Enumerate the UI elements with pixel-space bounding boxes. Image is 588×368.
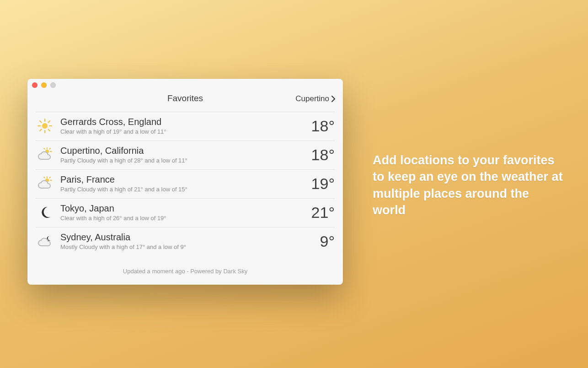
favorite-row[interactable]: Sydney, Australia Mostly Cloudy with a h… xyxy=(36,227,335,256)
partly-cloudy-day-icon xyxy=(36,146,54,164)
svg-point-0 xyxy=(42,123,48,129)
favorite-row[interactable]: Paris, France Partly Cloudy with a high … xyxy=(36,169,335,198)
location-summary: Mostly Cloudy with a high of 17° and a l… xyxy=(60,244,313,250)
page-title: Favorites xyxy=(35,93,336,103)
close-window-button[interactable] xyxy=(32,82,37,88)
favorites-list: Gerrards Cross, England Clear with a hig… xyxy=(27,112,343,256)
marketing-copy: Add locations to your favorites to keep … xyxy=(373,152,565,219)
favorites-window: Favorites Cupertino Gerrards Cross, Engl… xyxy=(27,79,343,285)
current-location-label: Cupertino xyxy=(295,94,329,103)
zoom-window-button[interactable] xyxy=(50,82,56,88)
location-summary: Clear with a high of 19° and a low of 11… xyxy=(60,128,305,135)
cloudy-night-icon xyxy=(36,232,54,250)
location-name: Paris, France xyxy=(60,174,305,185)
location-summary: Partly Cloudy with a high of 21° and a l… xyxy=(60,186,305,193)
location-summary: Clear with a high of 26° and a low of 19… xyxy=(60,215,305,222)
favorite-row[interactable]: Tokyo, Japan Clear with a high of 26° an… xyxy=(36,198,335,227)
location-summary: Partly Cloudy with a high of 28° and a l… xyxy=(60,157,305,164)
favorite-text: Gerrards Cross, England Clear with a hig… xyxy=(60,117,305,135)
svg-line-6 xyxy=(48,130,50,131)
location-temp: 19° xyxy=(311,175,335,193)
header: Favorites Cupertino xyxy=(27,89,343,112)
favorite-text: Tokyo, Japan Clear with a high of 26° an… xyxy=(60,203,305,222)
location-temp: 18° xyxy=(311,117,335,135)
sun-icon xyxy=(36,117,54,135)
location-temp: 21° xyxy=(311,204,335,222)
footer-text: Updated a moment ago - Powered by Dark S… xyxy=(27,256,343,285)
location-temp: 9° xyxy=(320,233,335,250)
current-location-link[interactable]: Cupertino xyxy=(295,94,336,103)
svg-line-12 xyxy=(49,148,50,149)
favorite-text: Cupertino, California Partly Cloudy with… xyxy=(60,146,305,164)
location-name: Gerrards Cross, England xyxy=(60,117,305,127)
location-name: Sydney, Australia xyxy=(60,232,313,243)
minimize-window-button[interactable] xyxy=(41,82,47,88)
chevron-right-icon xyxy=(331,95,336,103)
svg-line-5 xyxy=(40,121,42,123)
location-temp: 18° xyxy=(311,146,335,164)
favorite-text: Paris, France Partly Cloudy with a high … xyxy=(60,174,305,193)
partly-cloudy-day-icon xyxy=(36,174,54,193)
favorite-row[interactable]: Cupertino, California Partly Cloudy with… xyxy=(36,141,335,169)
svg-line-17 xyxy=(49,177,50,178)
svg-line-7 xyxy=(40,130,42,131)
svg-line-13 xyxy=(44,148,45,149)
favorite-text: Sydney, Australia Mostly Cloudy with a h… xyxy=(60,232,313,250)
location-name: Cupertino, California xyxy=(60,146,305,156)
location-name: Tokyo, Japan xyxy=(60,203,305,214)
svg-line-18 xyxy=(44,177,45,178)
favorite-row[interactable]: Gerrards Cross, England Clear with a hig… xyxy=(36,112,335,141)
moon-icon xyxy=(36,203,54,222)
svg-line-8 xyxy=(48,121,50,123)
window-titlebar xyxy=(27,79,343,89)
